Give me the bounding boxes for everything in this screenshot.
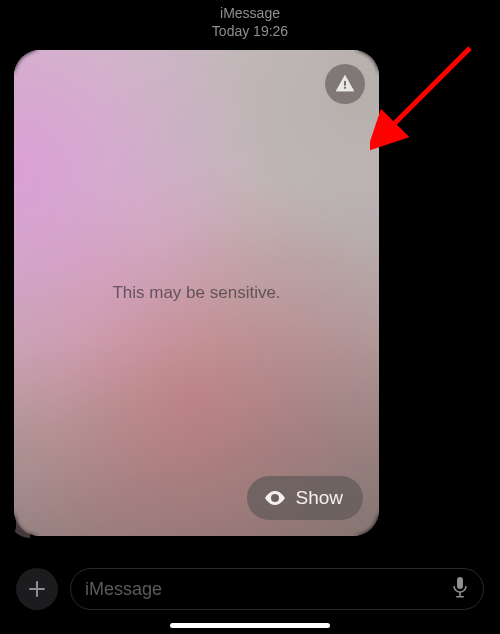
service-label: iMessage [0,4,500,22]
show-button[interactable]: Show [247,476,363,520]
home-indicator[interactable] [170,623,330,628]
incoming-message: This may be sensitive. Show [14,50,379,536]
message-input-container[interactable] [70,568,484,610]
svg-point-1 [344,87,346,89]
svg-rect-8 [456,596,464,598]
sensitive-image-bubble[interactable]: This may be sensitive. Show [14,50,379,536]
svg-rect-6 [457,577,463,589]
composer-bar [0,566,500,612]
svg-rect-0 [344,81,346,86]
timestamp-label: Today 19:26 [0,22,500,40]
sensitive-content-label: This may be sensitive. [14,283,379,303]
svg-line-3 [388,48,470,130]
mic-icon [451,576,469,598]
add-button[interactable] [16,568,58,610]
annotation-arrow [370,42,480,152]
svg-point-2 [273,496,278,501]
plus-icon [27,579,47,599]
svg-rect-7 [459,592,461,596]
message-input[interactable] [85,579,451,600]
show-button-label: Show [295,487,343,509]
svg-rect-5 [29,588,45,590]
eye-icon [263,486,287,510]
warning-icon [334,73,356,95]
thread-header: iMessage Today 19:26 [0,0,500,40]
dictate-button[interactable] [451,576,469,602]
messages-screen: iMessage Today 19:26 This may be sensiti… [0,0,500,634]
warning-badge[interactable] [325,64,365,104]
